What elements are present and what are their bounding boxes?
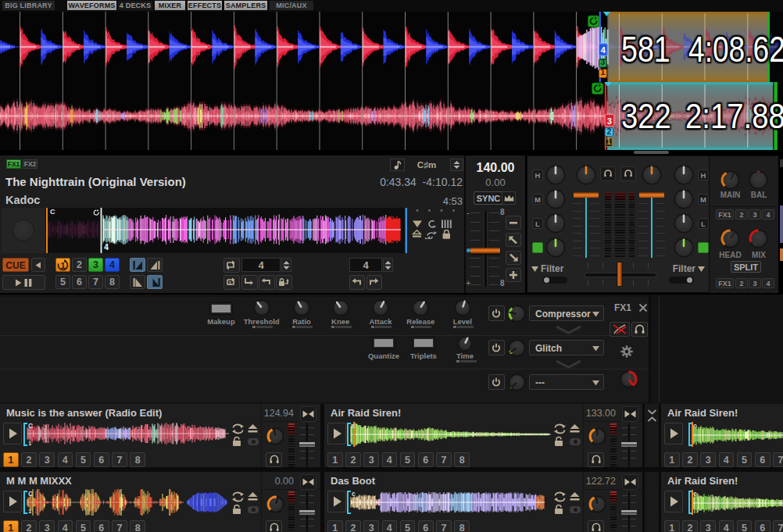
svg-text:3: 3	[600, 57, 605, 66]
svg-text:4: 4	[104, 243, 109, 252]
svg-text:1: 1	[606, 137, 611, 146]
svg-text:1: 1	[228, 280, 232, 287]
svg-text:3: 3	[607, 116, 612, 126]
svg-text:4: 4	[601, 45, 606, 55]
svg-text:2: 2	[606, 127, 611, 136]
svg-text:1: 1	[600, 67, 605, 77]
svg-text:1: 1	[60, 261, 65, 270]
